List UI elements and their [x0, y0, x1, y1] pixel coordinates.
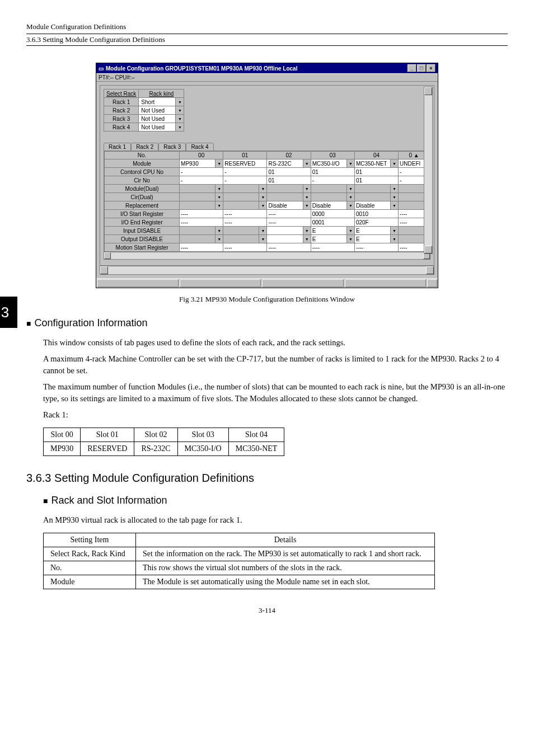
- info-head: Details: [136, 533, 435, 547]
- grid-cell[interactable]: MC350-I/O▼: [311, 159, 354, 168]
- grid-col-head: 01: [223, 152, 267, 159]
- grid-cell[interactable]: E▼: [311, 235, 354, 243]
- chevron-down-icon[interactable]: ▼: [175, 115, 184, 123]
- chevron-down-icon[interactable]: ▼: [303, 235, 311, 243]
- grid-cell: -: [223, 176, 267, 185]
- slot-head: Slot 02: [134, 428, 177, 442]
- chevron-down-icon[interactable]: ▼: [390, 235, 398, 243]
- inner-v-scrollbar[interactable]: [424, 87, 433, 254]
- grid-cell[interactable]: ▼: [267, 185, 311, 193]
- chevron-down-icon[interactable]: ▼: [215, 159, 223, 167]
- rack-kind-dropdown[interactable]: Not Used▼: [139, 106, 184, 115]
- chevron-down-icon[interactable]: ▼: [175, 123, 184, 131]
- chevron-down-icon[interactable]: ▼: [259, 185, 266, 192]
- chevron-down-icon[interactable]: ▼: [303, 201, 311, 209]
- para-1: This window consists of tab pages used t…: [43, 337, 508, 349]
- grid-cell: ----: [180, 218, 223, 227]
- grid-cell[interactable]: E▼: [354, 227, 398, 235]
- grid-cell[interactable]: ▼: [311, 185, 354, 193]
- tab-rack-3[interactable]: Rack 3: [158, 143, 186, 151]
- chevron-down-icon[interactable]: ▼: [303, 159, 311, 167]
- grid-cell: 01: [311, 168, 354, 176]
- grid-cell[interactable]: Disable▼: [311, 201, 354, 210]
- grid-cell[interactable]: ▼: [223, 227, 267, 235]
- outer-h-scrollbar[interactable]: [100, 266, 434, 275]
- grid-row-label: I/O End Register: [105, 218, 180, 227]
- chevron-down-icon[interactable]: ▼: [215, 193, 223, 201]
- grid-cell[interactable]: ▼: [354, 185, 398, 193]
- grid-cell[interactable]: ▼: [354, 193, 398, 201]
- grid-cell[interactable]: ▼: [180, 201, 223, 210]
- chevron-down-icon[interactable]: ▼: [390, 193, 398, 201]
- maximize-icon[interactable]: □: [417, 64, 426, 72]
- grid-cell[interactable]: ▼: [180, 227, 223, 235]
- grid-cell[interactable]: Disable▼: [267, 201, 311, 210]
- rack-label: Rack 4: [104, 123, 139, 132]
- grid-col-head: 00: [180, 152, 223, 159]
- slot-cell: MC350-NET: [228, 442, 284, 456]
- chevron-down-icon[interactable]: ▼: [215, 185, 223, 192]
- rack-kind-dropdown[interactable]: Short▼: [139, 98, 184, 106]
- chevron-down-icon[interactable]: ▼: [390, 159, 398, 167]
- chevron-down-icon[interactable]: ▼: [346, 227, 354, 234]
- grid-cell[interactable]: MC350-NET▼: [354, 159, 398, 168]
- chevron-down-icon[interactable]: ▼: [175, 106, 184, 114]
- grid-h-scrollbar[interactable]: [104, 252, 430, 259]
- tab-rack-2[interactable]: Rack 2: [131, 143, 158, 151]
- titlebar[interactable]: ▭ Module Configuration GROUP1\SYSTEM01 M…: [96, 63, 438, 73]
- chevron-down-icon[interactable]: ▼: [346, 201, 354, 209]
- chevron-down-icon[interactable]: ▼: [303, 185, 311, 192]
- chevron-down-icon[interactable]: ▼: [259, 193, 266, 201]
- grid-cell[interactable]: RS-232C▼: [267, 159, 311, 168]
- grid-cell[interactable]: ▼: [180, 235, 223, 243]
- grid-cell: 0000: [311, 210, 354, 218]
- chevron-down-icon[interactable]: ▼: [259, 201, 266, 209]
- chevron-down-icon[interactable]: ▼: [390, 185, 398, 192]
- minimize-icon[interactable]: _: [407, 64, 416, 72]
- grid-cell[interactable]: ▼: [180, 185, 223, 193]
- grid-cell[interactable]: Disable▼: [354, 201, 398, 210]
- slot-head: Slot 01: [81, 428, 134, 442]
- grid-cell[interactable]: ▼: [223, 235, 267, 243]
- grid-cell[interactable]: ▼: [180, 193, 223, 201]
- rack-kind-dropdown[interactable]: Not Used▼: [139, 123, 184, 132]
- grid-cell[interactable]: ▼: [267, 193, 311, 201]
- grid-cell[interactable]: ▼: [223, 185, 267, 193]
- grid-row-label: Contorol CPU No: [105, 168, 180, 176]
- module-config-window: ▭ Module Configuration GROUP1\SYSTEM01 M…: [96, 63, 438, 288]
- grid-cell[interactable]: E▼: [354, 235, 398, 243]
- chevron-down-icon[interactable]: ▼: [346, 159, 354, 167]
- chevron-down-icon[interactable]: ▼: [346, 193, 354, 201]
- chevron-down-icon[interactable]: ▼: [259, 235, 266, 243]
- rack-select-table: Select Rack Rack kind Rack 1 Short▼Rack …: [104, 89, 184, 132]
- chevron-down-icon[interactable]: ▼: [303, 193, 311, 201]
- chevron-down-icon[interactable]: ▼: [215, 201, 223, 209]
- grid-cell[interactable]: ▼: [311, 193, 354, 201]
- tab-rack-4[interactable]: Rack 4: [186, 143, 213, 151]
- rack-label: Rack 1: [104, 98, 139, 106]
- chevron-down-icon[interactable]: ▼: [215, 235, 223, 243]
- grid-cell[interactable]: ▼: [267, 235, 311, 243]
- grid-cell[interactable]: ▼: [223, 193, 267, 201]
- bullet-icon: ■: [43, 496, 48, 505]
- grid-cell[interactable]: E▼: [311, 227, 354, 235]
- grid-cell[interactable]: MP930▼: [180, 159, 223, 168]
- chevron-down-icon[interactable]: ▼: [390, 201, 398, 209]
- grid-cell[interactable]: ▼: [223, 201, 267, 210]
- tab-rack-1[interactable]: Rack 1: [104, 143, 131, 151]
- chevron-down-icon[interactable]: ▼: [215, 227, 223, 234]
- chapter-tab: 3: [0, 297, 17, 328]
- chevron-down-icon[interactable]: ▼: [346, 235, 354, 243]
- chevron-down-icon[interactable]: ▼: [259, 227, 266, 234]
- close-icon[interactable]: ×: [427, 64, 435, 72]
- grid-row-label: Output DISABLE: [105, 235, 180, 243]
- grid-cell[interactable]: ▼: [267, 227, 311, 235]
- grid-cell: 0010: [354, 210, 398, 218]
- slot-head: Slot 00: [44, 428, 81, 442]
- chevron-down-icon[interactable]: ▼: [175, 98, 184, 106]
- chevron-down-icon[interactable]: ▼: [346, 185, 354, 192]
- chevron-down-icon[interactable]: ▼: [303, 227, 311, 234]
- chevron-down-icon[interactable]: ▼: [390, 227, 398, 234]
- grid-cell: ----: [267, 210, 311, 218]
- rack-kind-dropdown[interactable]: Not Used▼: [139, 115, 184, 123]
